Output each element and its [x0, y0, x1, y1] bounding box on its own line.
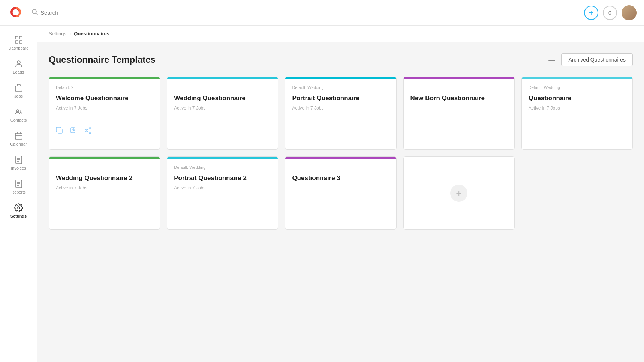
card-title: Wedding Questionnaire 2 [56, 174, 153, 182]
card-content: Questionnaire 3 [285, 157, 396, 191]
notification-button[interactable]: 0 [603, 6, 617, 20]
card-portrait-questionnaire-2[interactable]: Default: Wedding Portrait Questionnaire … [167, 156, 278, 230]
card-title: Wedding Questionnaire [174, 94, 271, 102]
svg-line-32 [87, 129, 89, 130]
svg-point-31 [85, 130, 87, 131]
card-subtitle: Active in 7 Jobs [292, 105, 389, 111]
sidebar-label-calendar: Calendar [10, 142, 27, 146]
sidebar-label-contacts: Contacts [10, 118, 27, 122]
sidebar-item-reports[interactable]: Reports [2, 176, 35, 198]
card-content: Wedding Questionnaire Active in 7 Jobs [167, 77, 278, 116]
reports-icon [14, 179, 23, 188]
card-tag: Default: Wedding [292, 85, 389, 91]
breadcrumb-current: Questionnaires [74, 31, 109, 36]
contacts-icon [14, 107, 23, 116]
card-subtitle: Active in 7 Jobs [56, 105, 153, 111]
card-subtitle: Active in 7 Jobs [174, 105, 271, 111]
sidebar-label-invoices: Invoices [11, 166, 26, 170]
card-actions [49, 122, 160, 141]
card-accent-bar [49, 77, 160, 79]
card-title: Portrait Questionnaire 2 [174, 174, 271, 182]
sidebar-item-leads[interactable]: Leads [2, 56, 35, 78]
add-questionnaire-card[interactable]: + [403, 156, 515, 230]
page-title: Questionnaire Templates [49, 54, 548, 65]
card-accent-bar [167, 157, 278, 159]
share-icon[interactable] [84, 127, 92, 136]
card-questionnaire-3[interactable]: Questionnaire 3 [285, 156, 396, 230]
main-layout: Dashboard Leads Jobs Contacts Calendar I… [0, 26, 644, 362]
card-content: Default: Wedding Portrait Questionnaire … [167, 157, 278, 196]
list-view-button[interactable] [548, 55, 556, 65]
jobs-icon [14, 83, 23, 92]
sidebar-label-leads: Leads [13, 70, 24, 74]
search-icon [31, 9, 38, 17]
calendar-icon [14, 131, 23, 140]
breadcrumb-parent[interactable]: Settings [49, 31, 66, 36]
topbar: + 0 [0, 0, 644, 26]
card-title: Questionnaire 3 [292, 174, 389, 182]
card-tag [174, 85, 271, 91]
page-header: Questionnaire Templates Archived Questio… [49, 53, 633, 66]
invoices-icon [14, 155, 23, 164]
card-newborn-questionnaire[interactable]: New Born Questionnaire [403, 77, 515, 150]
card-accent-bar [167, 77, 278, 79]
header-actions: Archived Questionnaires [548, 53, 633, 66]
search-input[interactable] [40, 9, 123, 16]
svg-point-30 [89, 132, 91, 134]
add-button[interactable]: + [584, 6, 598, 20]
archived-questionnaires-button[interactable]: Archived Questionnaires [561, 53, 633, 66]
sidebar-label-dashboard: Dashboard [9, 46, 29, 50]
card-tag: Default: Wedding [529, 85, 626, 91]
card-content: Wedding Questionnaire 2 Active in 7 Jobs [49, 157, 160, 196]
sidebar-item-calendar[interactable]: Calendar [2, 128, 35, 150]
card-tag: Default: Wedding [174, 165, 271, 171]
card-content: New Born Questionnaire [404, 77, 514, 111]
card-wedding-questionnaire[interactable]: Wedding Questionnaire Active in 7 Jobs [167, 77, 278, 150]
card-accent-bar [522, 77, 632, 79]
card-wedding-questionnaire-2[interactable]: Wedding Questionnaire 2 Active in 7 Jobs [49, 156, 160, 230]
svg-rect-10 [15, 133, 22, 139]
card-default-wedding-questionnaire[interactable]: Default: Wedding Questionnaire Active in… [521, 77, 633, 150]
card-content: Default: Wedding Questionnaire Active in… [522, 77, 632, 116]
avatar[interactable] [622, 5, 637, 20]
card-title: New Born Questionnaire [410, 94, 508, 102]
topbar-actions: + 0 [584, 5, 637, 20]
sidebar-item-jobs[interactable]: Jobs [2, 80, 35, 102]
card-accent-bar [49, 157, 160, 159]
svg-point-7 [17, 61, 20, 64]
content: Settings › Questionnaires Questionnaire … [37, 26, 644, 362]
breadcrumb: Settings › Questionnaires [37, 26, 644, 42]
cards-grid: Default: 2 Welcome Questionnaire Active … [49, 77, 633, 230]
svg-line-33 [87, 131, 89, 132]
logo[interactable] [7, 4, 31, 22]
sidebar-item-contacts[interactable]: Contacts [2, 104, 35, 126]
card-welcome-questionnaire[interactable]: Default: 2 Welcome Questionnaire Active … [49, 77, 160, 150]
card-title: Welcome Questionnaire [56, 94, 153, 102]
copy-icon[interactable] [56, 127, 63, 136]
search-bar [31, 9, 584, 17]
sidebar-label-jobs: Jobs [14, 94, 23, 98]
svg-point-29 [89, 128, 91, 129]
settings-icon [14, 203, 23, 212]
add-icon: + [450, 185, 467, 202]
svg-line-2 [36, 13, 37, 14]
sidebar-item-dashboard[interactable]: Dashboard [2, 32, 35, 54]
card-tag [292, 165, 389, 171]
sidebar-item-settings[interactable]: Settings [2, 200, 35, 222]
svg-rect-5 [15, 41, 18, 43]
svg-rect-3 [15, 36, 18, 39]
svg-point-0 [7, 4, 24, 20]
sidebar: Dashboard Leads Jobs Contacts Calendar I… [0, 26, 37, 362]
svg-rect-26 [58, 129, 62, 133]
card-accent-bar [285, 157, 396, 159]
svg-rect-4 [19, 36, 22, 39]
sidebar-label-settings: Settings [10, 214, 27, 218]
download-icon[interactable] [70, 127, 78, 136]
sidebar-item-invoices[interactable]: Invoices [2, 152, 35, 174]
card-content: Default: 2 Welcome Questionnaire Active … [49, 77, 160, 116]
card-tag [56, 165, 153, 171]
svg-rect-6 [19, 41, 22, 43]
card-subtitle: Active in 7 Jobs [529, 105, 626, 111]
card-subtitle: Active in 7 Jobs [174, 185, 271, 191]
card-portrait-questionnaire[interactable]: Default: Wedding Portrait Questionnaire … [285, 77, 396, 150]
